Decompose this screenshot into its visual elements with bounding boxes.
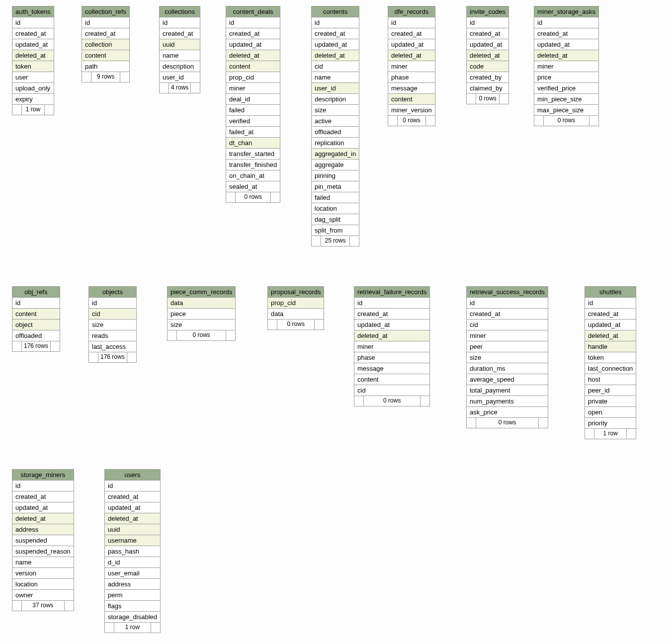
table-proposal_records[interactable]: proposal_recordsprop_ciddata0 rows	[267, 286, 324, 330]
column-deleted_at[interactable]: deleted_at	[12, 50, 54, 61]
column-created_at[interactable]: created_at	[82, 28, 129, 39]
column-prop_cid[interactable]: prop_cid	[226, 72, 280, 83]
column-phase[interactable]: phase	[388, 72, 435, 83]
column-size[interactable]: size	[467, 352, 548, 363]
column-content[interactable]: content	[12, 309, 60, 320]
column-updated_at[interactable]: updated_at	[354, 320, 429, 330]
column-token[interactable]: token	[12, 61, 54, 72]
column-id[interactable]: id	[467, 298, 548, 309]
column-cid[interactable]: cid	[354, 385, 429, 396]
column-miner_version[interactable]: miner_version	[388, 105, 435, 116]
column-id[interactable]: id	[12, 298, 60, 309]
column-last_access[interactable]: last_access	[89, 341, 136, 352]
column-deleted_at[interactable]: deleted_at	[105, 513, 160, 524]
column-reads[interactable]: reads	[89, 330, 136, 341]
column-suspended_reason[interactable]: suspended_reason	[12, 546, 74, 557]
column-aggregate[interactable]: aggregate	[312, 160, 359, 170]
column-username[interactable]: username	[105, 535, 160, 546]
column-suspended[interactable]: suspended	[12, 535, 74, 546]
column-code[interactable]: code	[467, 61, 508, 72]
column-size[interactable]: size	[168, 320, 235, 330]
column-duration_ms[interactable]: duration_ms	[467, 363, 548, 374]
column-created_at[interactable]: created_at	[12, 28, 54, 39]
column-pin_meta[interactable]: pin_meta	[312, 181, 359, 192]
column-last_connection[interactable]: last_connection	[585, 363, 636, 374]
column-deal_id[interactable]: deal_id	[226, 94, 280, 105]
column-phase[interactable]: phase	[354, 352, 429, 363]
column-created_at[interactable]: created_at	[534, 28, 598, 39]
column-miner[interactable]: miner	[226, 83, 280, 94]
column-transfer_started[interactable]: transfer_started	[226, 149, 280, 160]
column-miner[interactable]: miner	[534, 61, 598, 72]
column-data[interactable]: data	[268, 309, 324, 320]
column-user[interactable]: user	[12, 72, 54, 83]
column-created_at[interactable]: created_at	[105, 491, 160, 502]
column-content[interactable]: content	[82, 50, 129, 61]
column-user_id[interactable]: user_id	[160, 72, 200, 83]
column-num_payments[interactable]: num_payments	[467, 396, 548, 407]
column-updated_at[interactable]: updated_at	[12, 39, 54, 50]
column-name[interactable]: name	[160, 50, 200, 61]
column-updated_at[interactable]: updated_at	[388, 39, 435, 50]
column-deleted_at[interactable]: deleted_at	[585, 330, 636, 341]
column-failed[interactable]: failed	[226, 105, 280, 116]
table-collections[interactable]: collectionsidcreated_atuuidnamedescripti…	[159, 6, 200, 93]
column-id[interactable]: id	[354, 298, 429, 309]
column-message[interactable]: message	[354, 363, 429, 374]
column-id[interactable]: id	[534, 17, 598, 28]
column-cid[interactable]: cid	[467, 320, 548, 330]
column-created_at[interactable]: created_at	[12, 491, 74, 502]
column-expiry[interactable]: expiry	[12, 94, 54, 105]
column-claimed_by[interactable]: claimed_by	[467, 83, 508, 94]
column-dag_split[interactable]: dag_split	[312, 214, 359, 225]
column-replication[interactable]: replication	[312, 138, 359, 149]
column-id[interactable]: id	[82, 17, 129, 28]
column-open[interactable]: open	[585, 407, 636, 418]
table-auth_tokens[interactable]: auth_tokensidcreated_atupdated_atdeleted…	[12, 6, 54, 115]
column-deleted_at[interactable]: deleted_at	[534, 50, 598, 61]
column-id[interactable]: id	[467, 17, 508, 28]
column-created_at[interactable]: created_at	[160, 28, 200, 39]
column-id[interactable]: id	[226, 17, 280, 28]
column-peer_id[interactable]: peer_id	[585, 385, 636, 396]
column-id[interactable]: id	[160, 17, 200, 28]
column-updated_at[interactable]: updated_at	[312, 39, 359, 50]
column-on_chain_at[interactable]: on_chain_at	[226, 170, 280, 181]
column-address[interactable]: address	[105, 579, 160, 590]
column-object[interactable]: object	[12, 320, 60, 330]
table-objects[interactable]: objectsidcidsizereadslast_access176 rows	[88, 286, 137, 363]
column-sealed_at[interactable]: sealed_at	[226, 181, 280, 192]
column-d_id[interactable]: d_id	[105, 557, 160, 568]
column-message[interactable]: message	[388, 83, 435, 94]
column-created_at[interactable]: created_at	[354, 309, 429, 320]
column-upload_only[interactable]: upload_only	[12, 83, 54, 94]
column-miner[interactable]: miner	[467, 330, 548, 341]
table-shuttles[interactable]: shuttlesidcreated_atupdated_atdeleted_at…	[585, 286, 636, 439]
column-offloaded[interactable]: offloaded	[312, 127, 359, 138]
column-ask_price[interactable]: ask_price	[467, 407, 548, 418]
column-host[interactable]: host	[585, 374, 636, 385]
column-data[interactable]: data	[168, 298, 235, 309]
column-id[interactable]: id	[12, 17, 54, 28]
table-invite_codes[interactable]: invite_codesidcreated_atupdated_atdelete…	[466, 6, 509, 104]
column-updated_at[interactable]: updated_at	[105, 502, 160, 513]
column-updated_at[interactable]: updated_at	[226, 39, 280, 50]
table-contents[interactable]: contentsidcreated_atupdated_atdeleted_at…	[311, 6, 359, 246]
column-collection[interactable]: collection	[82, 39, 129, 50]
column-created_at[interactable]: created_at	[585, 309, 636, 320]
column-cid[interactable]: cid	[312, 61, 359, 72]
column-uuid[interactable]: uuid	[105, 524, 160, 535]
column-failed[interactable]: failed	[312, 192, 359, 203]
column-average_speed[interactable]: average_speed	[467, 374, 548, 385]
column-content[interactable]: content	[226, 61, 280, 72]
column-miner[interactable]: miner	[388, 61, 435, 72]
column-piece[interactable]: piece	[168, 309, 235, 320]
column-verified[interactable]: verified	[226, 116, 280, 127]
column-priority[interactable]: priority	[585, 418, 636, 429]
column-token[interactable]: token	[585, 352, 636, 363]
table-piece_comm_records[interactable]: piece_comm_recordsdatapiecesize0 rows	[167, 286, 236, 341]
column-id[interactable]: id	[585, 298, 636, 309]
column-cid[interactable]: cid	[89, 309, 136, 320]
column-deleted_at[interactable]: deleted_at	[388, 50, 435, 61]
table-users[interactable]: usersidcreated_atupdated_atdeleted_atuui…	[104, 469, 161, 633]
